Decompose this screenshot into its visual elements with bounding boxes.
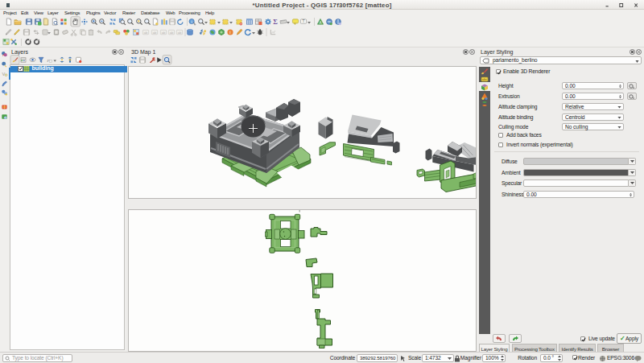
- svg-text:ab: ab: [144, 31, 148, 35]
- svg-text:Σ: Σ: [273, 18, 278, 26]
- svg-text:abc: abc: [481, 77, 488, 81]
- svg-text:A: A: [319, 21, 321, 25]
- svg-text:ε: ε: [47, 57, 49, 63]
- svg-text:ab: ab: [170, 31, 174, 35]
- svg-text:ab: ab: [162, 31, 166, 35]
- svg-text:ab: ab: [178, 31, 182, 35]
- svg-text:ab: ab: [153, 31, 157, 35]
- svg-text:T: T: [302, 19, 304, 23]
- svg-text:V: V: [2, 72, 5, 76]
- svg-text:i: i: [191, 19, 192, 24]
- svg-text:i: i: [229, 30, 230, 35]
